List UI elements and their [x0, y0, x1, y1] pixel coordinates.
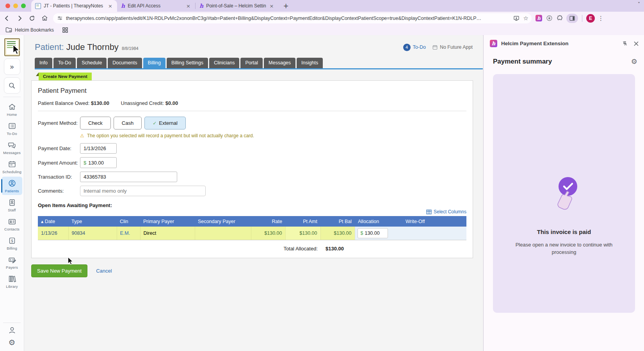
save-new-payment-button[interactable]: Save New Payment [31, 264, 87, 277]
allocation-field[interactable]: $ [358, 228, 388, 238]
allocation-input[interactable] [365, 230, 385, 236]
payment-date-input[interactable] [80, 143, 117, 154]
tab-close-icon[interactable]: × [269, 3, 275, 9]
method-cash-button[interactable]: Cash [114, 117, 142, 129]
bookmarks-folder-icon[interactable] [5, 27, 12, 33]
column-header-date[interactable]: ▴ Date [38, 216, 68, 227]
reload-button[interactable] [27, 13, 37, 24]
tab-close-icon[interactable]: × [107, 3, 113, 9]
bookmark-star-icon[interactable]: ☆ [523, 15, 528, 22]
home-button[interactable] [39, 13, 50, 24]
sidebar-item-todo[interactable]: To-Do [2, 119, 22, 138]
column-header-secondary-payer[interactable]: Secondary Payer [195, 216, 251, 227]
browser-tab-therapynotes[interactable]: JT - Patients | TherapyNotes × [31, 0, 117, 12]
sidebar-item-billing[interactable]: $ Billing [2, 234, 22, 252]
sidebar-item-library[interactable]: Library [2, 272, 22, 291]
password-extension-icon[interactable] [546, 15, 553, 21]
tab-title: JT - Patients | TherapyNotes [44, 3, 105, 9]
column-header-primary-payer[interactable]: Primary Payer [140, 216, 195, 227]
sidebar-item-patients[interactable]: Patients [2, 177, 22, 195]
clinician-link[interactable]: E.M. [120, 230, 130, 236]
close-window-button[interactable] [5, 4, 10, 8]
column-header-pt-bal[interactable]: Pt Bal [320, 216, 355, 227]
tab-clinicians[interactable]: Clinicians [209, 58, 240, 68]
todo-count-badge[interactable]: 4 [403, 44, 411, 51]
tab-documents[interactable]: Documents [108, 58, 142, 68]
payment-amount-field[interactable]: $ [80, 157, 117, 168]
column-header-type[interactable]: Type [68, 216, 117, 227]
sidebar-item-label: Payers [6, 265, 18, 269]
tab-todo[interactable]: To-Do [53, 58, 76, 68]
select-columns-link[interactable]: Select Columns [38, 209, 466, 214]
forward-button[interactable] [14, 13, 25, 24]
site-settings-icon[interactable] [57, 15, 63, 21]
method-external-button[interactable]: ✓External [144, 117, 186, 129]
svg-text:$: $ [11, 239, 13, 243]
dollar-prefix: $ [361, 230, 363, 236]
summary-settings-icon[interactable]: ⚙ [631, 57, 637, 66]
sidebar-expand-button[interactable]: » [4, 58, 20, 75]
unpin-icon[interactable] [622, 41, 628, 47]
browser-tab-edit-api[interactable]: h Edit API Access × [117, 0, 195, 12]
browser-toolbar: therapynotes.com/app/patients/edit/K1N-R… [0, 12, 644, 25]
payment-editor-card: Patient Payment Patient Balance Owed: $1… [31, 80, 473, 258]
window-controls[interactable] [0, 0, 31, 12]
therapynotes-logo[interactable] [4, 38, 20, 56]
side-panel-toggle[interactable] [566, 14, 578, 23]
sidebar-item-payers[interactable]: $ Payers [2, 253, 22, 271]
extension-header: h Helcim Payment Extension [484, 35, 644, 51]
tab-info[interactable]: Info [35, 58, 52, 68]
tab-close-icon[interactable]: × [185, 3, 191, 9]
transaction-id-input[interactable] [80, 172, 177, 182]
url-text[interactable]: therapynotes.com/app/patients/edit/K1N-R… [66, 16, 509, 21]
sidebar-item-contacts[interactable]: Contacts [2, 215, 22, 233]
column-header-allocation[interactable]: Allocation [355, 216, 402, 227]
tab-billing-settings[interactable]: Billing Settings [167, 58, 208, 68]
helcim-extension-icon[interactable]: h [535, 15, 542, 21]
tab-insights[interactable]: Insights [297, 58, 323, 68]
sidebar-item-messages[interactable]: Messages [2, 138, 22, 157]
patient-dob: 8/8/1984 [122, 46, 139, 51]
column-header-rate[interactable]: Rate [251, 216, 285, 227]
back-button[interactable] [2, 13, 12, 24]
tab-schedule[interactable]: Schedule [77, 58, 107, 68]
tab-messages[interactable]: Messages [264, 58, 295, 68]
payment-summary-header: Payment summary ⚙ [484, 51, 644, 69]
comments-input[interactable] [80, 186, 206, 196]
browser-tab-pos-settings[interactable]: h Point-of-Sale – Helcim Settin × [196, 0, 279, 12]
toolbar-separator [582, 15, 582, 22]
profile-icon[interactable] [0, 326, 24, 335]
settings-gear-icon[interactable]: ⚙ [0, 338, 24, 347]
payment-method-row: Payment Method: Check Cash ✓External [38, 117, 466, 129]
select-columns-label[interactable]: Select Columns [434, 209, 466, 214]
browser-menu-icon[interactable]: ⋮ [598, 15, 604, 22]
column-header-write-off[interactable]: Write-Off [402, 216, 466, 227]
url-bar[interactable]: therapynotes.com/app/patients/edit/K1N-R… [53, 13, 532, 23]
sidebar-search-button[interactable] [4, 77, 20, 94]
todo-link[interactable]: To-Do [413, 44, 426, 50]
profile-avatar[interactable]: E [586, 14, 595, 23]
column-header-pt-amt[interactable]: Pt Amt [285, 216, 320, 227]
sidebar-item-scheduling[interactable]: Scheduling [2, 158, 22, 176]
sidebar-item-staff[interactable]: Staff [2, 196, 22, 214]
payment-amount-input[interactable] [88, 160, 111, 166]
tab-billing[interactable]: Billing [143, 58, 165, 68]
tab-search-chevron-icon[interactable]: ˅ [638, 2, 640, 7]
close-panel-icon[interactable] [633, 41, 639, 46]
apps-grid-icon[interactable] [62, 27, 68, 33]
logo-paper [6, 40, 18, 54]
extensions-puzzle-icon[interactable] [557, 15, 563, 21]
cancel-link[interactable]: Cancel [96, 268, 112, 274]
extension-title: Helcim Payment Extension [501, 41, 616, 46]
method-check-button[interactable]: Check [80, 117, 111, 129]
new-tab-button[interactable]: + [281, 1, 291, 11]
payment-method-label: Payment Method: [38, 120, 80, 126]
warning-text: The option you selected will record a pa… [87, 133, 254, 138]
minimize-window-button[interactable] [13, 4, 18, 8]
install-icon[interactable] [513, 15, 519, 21]
maximize-window-button[interactable] [21, 4, 26, 8]
sidebar-item-home[interactable]: Home [2, 100, 22, 119]
tab-portal[interactable]: Portal [240, 58, 263, 68]
column-header-clin[interactable]: Clin [117, 216, 140, 227]
bookmark-folder-label[interactable]: Helcim Bookmarks [15, 27, 54, 33]
